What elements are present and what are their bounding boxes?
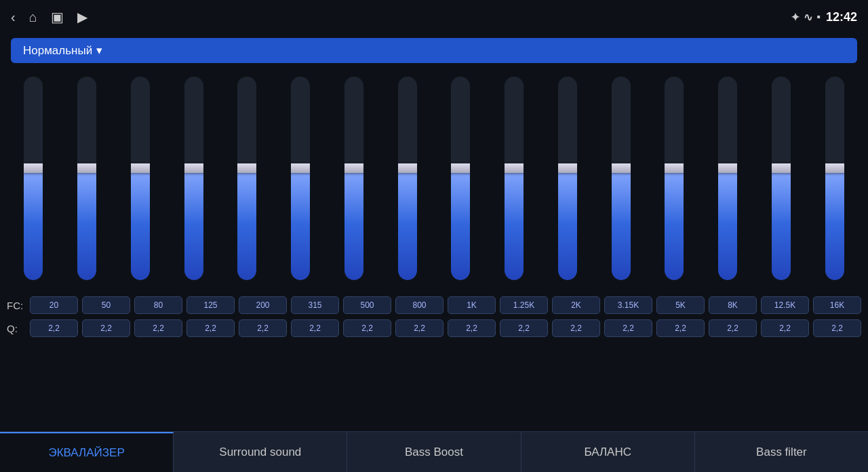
slider-wrapper [451,77,470,294]
fc-button[interactable]: 1.25K [500,296,548,314]
slider-thumb[interactable] [291,163,310,173]
slider-track[interactable] [665,77,684,280]
slider-track[interactable] [612,77,631,280]
fc-button[interactable]: 50 [82,296,130,314]
fc-button[interactable]: 200 [239,296,287,314]
slider-thumb[interactable] [718,163,737,173]
slider-track[interactable] [772,77,791,280]
slider-thumb[interactable] [237,163,256,173]
fc-button[interactable]: 2K [552,296,600,314]
slider-track[interactable] [237,77,256,280]
home-button[interactable]: ⌂ [29,9,37,25]
q-button[interactable]: 2,2 [239,319,287,337]
slider-thumb[interactable] [344,163,363,173]
slider-thumb[interactable] [451,163,470,173]
slider-thumb[interactable] [77,163,96,173]
slider-track[interactable] [451,77,470,280]
q-button[interactable]: 2,2 [395,319,443,337]
q-row: Q: 2,22,22,22,22,22,22,22,22,22,22,22,22… [0,317,868,340]
q-buttons: 2,22,22,22,22,22,22,22,22,22,22,22,22,22… [30,319,861,337]
slider-wrapper [184,77,203,294]
slider-track[interactable] [718,77,737,280]
q-button[interactable]: 2,2 [30,319,78,337]
slider-fill [772,168,791,280]
fc-button[interactable]: 800 [395,296,443,314]
flag-button[interactable]: ▶ [77,9,87,25]
slider-track[interactable] [131,77,150,280]
q-button[interactable]: 2,2 [604,319,652,337]
fc-button[interactable]: 16K [813,296,861,314]
preset-label: Нормальный [23,44,92,58]
slider-thumb[interactable] [505,163,524,173]
slider-thumb[interactable] [558,163,577,173]
fc-button[interactable]: 1K [448,296,496,314]
slider-wrapper [398,77,417,294]
fc-button[interactable]: 8K [709,296,757,314]
slider-thumb[interactable] [665,163,684,173]
q-button[interactable]: 2,2 [448,319,496,337]
fc-button[interactable]: 5K [656,296,705,314]
slider-wrapper [237,77,256,294]
q-button[interactable]: 2,2 [552,319,600,337]
tab-balance[interactable]: БАЛАНС [521,432,695,472]
slider-fill [665,168,684,280]
slider-thumb[interactable] [772,163,791,173]
q-button[interactable]: 2,2 [291,319,339,337]
tab-bass-boost[interactable]: Bass Boost [347,432,521,472]
fc-button[interactable]: 20 [30,296,78,314]
slider-track[interactable] [825,77,844,280]
q-button[interactable]: 2,2 [500,319,548,337]
q-button[interactable]: 2,2 [82,319,130,337]
slider-track[interactable] [184,77,203,280]
slider-fill [825,168,844,280]
tab-equalizer[interactable]: ЭКВАЛАЙЗЕР [0,432,174,472]
q-button[interactable]: 2,2 [134,319,182,337]
slider-fill [291,168,310,280]
fc-button[interactable]: 125 [186,296,235,314]
slider-thumb[interactable] [184,163,203,173]
bluetooth-icon: ✦ [791,11,800,24]
slider-track[interactable] [505,77,524,280]
window-button[interactable]: ▣ [51,9,64,25]
slider-fill [451,168,470,280]
back-button[interactable]: ‹ [11,9,16,25]
q-button[interactable]: 2,2 [761,319,809,337]
slider-thumb[interactable] [825,163,844,173]
slider-wrapper [665,77,684,294]
fc-button[interactable]: 315 [291,296,339,314]
slider-thumb[interactable] [24,163,43,173]
q-button[interactable]: 2,2 [343,319,391,337]
tab-bass-filter[interactable]: Bass filter [695,432,868,472]
slider-track[interactable] [558,77,577,280]
wifi-icon: ∿ [804,11,812,24]
slider-thumb[interactable] [612,163,631,173]
fc-buttons: 2050801252003155008001K1.25K2K3.15K5K8K1… [30,296,861,314]
q-button[interactable]: 2,2 [709,319,757,337]
q-button[interactable]: 2,2 [656,319,705,337]
q-button[interactable]: 2,2 [186,319,235,337]
slider-fill [184,168,203,280]
main-content: Нормальный ▾ FC: 2050801252003155008001K… [0,34,868,431]
battery-icon: ▪ [816,11,821,23]
fc-button[interactable]: 3.15K [604,296,652,314]
slider-thumb[interactable] [398,163,417,173]
slider-track[interactable] [24,77,43,280]
fc-button[interactable]: 80 [134,296,182,314]
slider-wrapper [131,77,150,294]
slider-track[interactable] [77,77,96,280]
preset-button[interactable]: Нормальный ▾ [11,38,857,63]
slider-thumb[interactable] [131,163,150,173]
tab-surround[interactable]: Surround sound [174,432,347,472]
system-icons: ✦ ∿ ▪ [791,11,821,24]
slider-fill [24,168,43,280]
fc-button[interactable]: 500 [343,296,391,314]
slider-track[interactable] [398,77,417,280]
slider-track[interactable] [344,77,363,280]
slider-wrapper [291,77,310,294]
q-button[interactable]: 2,2 [813,319,861,337]
slider-wrapper [77,77,96,294]
slider-wrapper [344,77,363,294]
slider-wrapper [505,77,524,294]
slider-track[interactable] [291,77,310,280]
fc-button[interactable]: 12.5K [761,296,809,314]
